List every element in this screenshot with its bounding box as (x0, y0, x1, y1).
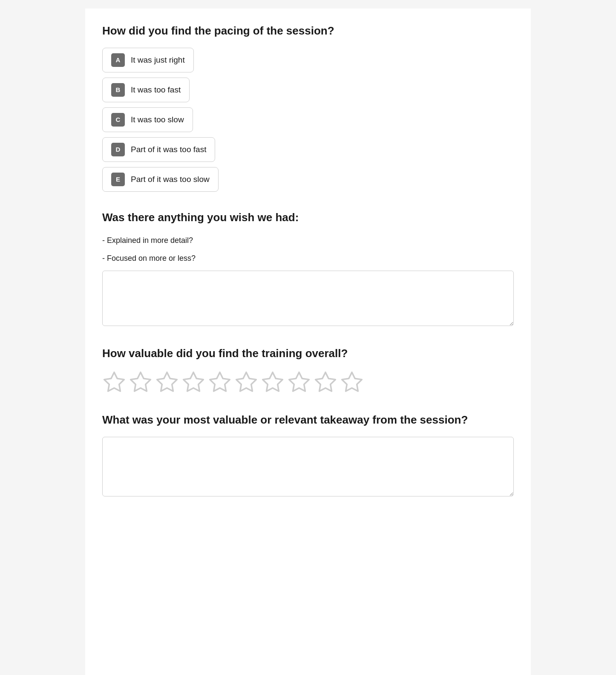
svg-marker-8 (316, 372, 336, 391)
wish-textarea[interactable] (102, 271, 514, 326)
option-e-label: Part of it was too slow (131, 175, 210, 184)
svg-marker-1 (131, 372, 151, 391)
star-3[interactable] (155, 370, 179, 394)
option-e-key: E (111, 173, 125, 186)
option-c-label: It was too slow (131, 115, 184, 124)
svg-marker-9 (342, 372, 362, 391)
star-1[interactable] (102, 370, 126, 394)
pacing-question-title: How did you find the pacing of the sessi… (102, 24, 514, 38)
stars-rating-group (102, 370, 514, 394)
wish-question-title: Was there anything you wish we had: (102, 211, 514, 225)
star-2[interactable] (129, 370, 153, 394)
option-d-label: Part of it was too fast (131, 145, 206, 154)
star-5[interactable] (208, 370, 232, 394)
svg-marker-2 (157, 372, 177, 391)
star-8[interactable] (287, 370, 311, 394)
star-7[interactable] (261, 370, 285, 394)
value-question-title: How valuable did you find the training o… (102, 346, 514, 361)
option-a-key: A (111, 53, 125, 67)
star-4[interactable] (181, 370, 205, 394)
svg-marker-6 (263, 372, 283, 391)
wish-prompt-2: - Focused on more or less? (102, 252, 514, 265)
option-c-button[interactable]: C It was too slow (102, 107, 193, 132)
option-e-button[interactable]: E Part of it was too slow (102, 167, 219, 192)
option-a-button[interactable]: A It was just right (102, 48, 194, 72)
svg-marker-5 (236, 372, 256, 391)
option-d-key: D (111, 143, 125, 156)
takeaway-textarea[interactable] (102, 437, 514, 496)
option-b-label: It was too fast (131, 85, 181, 95)
takeaway-question-title: What was your most valuable or relevant … (102, 413, 514, 427)
option-a-label: It was just right (131, 55, 185, 65)
wish-prompt-1: - Explained in more detail? (102, 234, 514, 247)
svg-marker-3 (184, 372, 204, 391)
star-6[interactable] (234, 370, 258, 394)
svg-marker-7 (289, 372, 309, 391)
svg-marker-0 (104, 372, 124, 391)
star-10[interactable] (340, 370, 364, 394)
option-d-button[interactable]: D Part of it was too fast (102, 137, 215, 162)
pacing-options-group: A It was just right B It was too fast C … (102, 48, 514, 192)
star-9[interactable] (314, 370, 337, 394)
option-b-button[interactable]: B It was too fast (102, 78, 190, 102)
option-c-key: C (111, 113, 125, 127)
svg-marker-4 (210, 372, 230, 391)
option-b-key: B (111, 83, 125, 97)
page-container: How did you find the pacing of the sessi… (85, 9, 531, 675)
